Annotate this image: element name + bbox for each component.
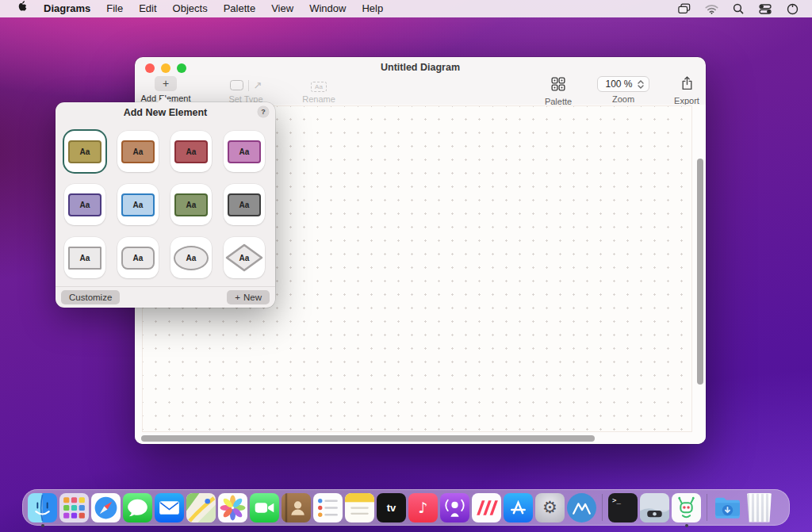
share-icon xyxy=(681,76,693,90)
divider xyxy=(248,80,249,91)
customize-button[interactable]: Customize xyxy=(61,290,120,304)
dock-mail-icon[interactable] xyxy=(155,493,184,522)
style-card-purple[interactable]: Aa xyxy=(64,184,105,225)
wifi-icon[interactable] xyxy=(701,2,722,16)
menu-help[interactable]: Help xyxy=(354,0,391,17)
dock-screenshot-icon[interactable] xyxy=(640,493,669,522)
gear-glyph: ⚙ xyxy=(542,498,557,517)
popover-arrow xyxy=(157,96,171,103)
style-card-red[interactable]: Aa xyxy=(170,131,212,172)
window-title: Untitled Diagram xyxy=(135,62,706,73)
dock-reminders-icon[interactable] xyxy=(313,493,343,522)
dock-maps-icon[interactable] xyxy=(186,493,216,522)
prompt-glyph: >_ xyxy=(612,496,621,504)
style-card-blue[interactable]: Aa xyxy=(117,184,159,225)
chevron-down-icon xyxy=(638,85,644,89)
style-swatch: Aa xyxy=(121,140,155,163)
new-button[interactable]: + New xyxy=(227,290,270,304)
dock-trash-icon[interactable] xyxy=(745,493,774,522)
rename-button[interactable]: Aa Rename xyxy=(287,78,350,104)
dock-separator xyxy=(707,494,707,521)
zoom-stepper[interactable] xyxy=(638,80,644,89)
add-new-element-popover: Add New Element ? Aa Aa Aa Aa Aa Aa Aa A… xyxy=(56,102,275,308)
chevron-up-icon xyxy=(638,80,644,84)
style-card-magenta[interactable]: Aa xyxy=(224,131,265,172)
dock-launchpad-icon[interactable] xyxy=(59,493,89,522)
style-card-olive[interactable]: Aa xyxy=(64,131,105,172)
window-controls xyxy=(145,63,186,73)
shape-card-ellipse[interactable]: Aa xyxy=(170,237,212,278)
shape-outline-icon xyxy=(230,80,243,90)
dock-notes-icon[interactable] xyxy=(345,493,374,522)
dock-terminal-icon[interactable]: >_ xyxy=(608,493,638,522)
zoom-window-button[interactable] xyxy=(177,63,186,73)
diamond-shape: Aa xyxy=(225,243,263,272)
menu-file[interactable]: File xyxy=(98,0,131,17)
dock-music-icon[interactable]: ♪ xyxy=(408,493,438,522)
dock-photos-icon[interactable] xyxy=(218,493,247,522)
shape-card-diamond[interactable]: Aa xyxy=(224,237,265,278)
dock-system-preferences-icon[interactable]: ⚙ xyxy=(535,493,565,522)
dock-downloads-icon[interactable] xyxy=(713,493,742,522)
horizontal-scrollbar[interactable] xyxy=(141,435,595,442)
style-swatch: Aa xyxy=(68,140,102,163)
rounded-rectangle-shape: Aa xyxy=(121,247,155,270)
assign-arrow-icon: ↗ xyxy=(254,79,262,91)
plus-icon[interactable]: + xyxy=(155,76,177,91)
style-card-green[interactable]: Aa xyxy=(170,184,212,225)
dock-facetime-icon[interactable] xyxy=(250,493,279,522)
dock-messages-icon[interactable] xyxy=(123,493,152,522)
ellipse-shape: Aa xyxy=(174,246,209,270)
window-stack-icon[interactable] xyxy=(674,2,695,16)
zoom-label: Zoom xyxy=(584,94,663,104)
shape-card-rounded-rectangle[interactable]: Aa xyxy=(117,237,159,278)
desktop: Diagrams File Edit Objects Palette View … xyxy=(0,0,812,532)
style-swatch: Aa xyxy=(228,140,261,163)
running-indicator xyxy=(685,524,688,527)
palette-button[interactable]: Palette xyxy=(527,77,590,106)
menu-edit[interactable]: Edit xyxy=(131,0,164,17)
dock-safari-icon[interactable] xyxy=(91,493,121,522)
minimize-button[interactable] xyxy=(161,63,170,73)
status-circle-icon[interactable] xyxy=(782,2,802,16)
dock-news-icon[interactable] xyxy=(472,493,501,522)
zoom-value: 100 % xyxy=(605,78,632,90)
style-swatch: Aa xyxy=(68,193,102,216)
dock-separator xyxy=(602,494,603,521)
dock: tv ♪ ⚙ >_ xyxy=(22,489,790,526)
rename-label: Rename xyxy=(287,94,350,104)
style-card-brown[interactable]: Aa xyxy=(117,131,159,172)
style-card-gray[interactable]: Aa xyxy=(224,184,265,225)
dock-contacts-icon[interactable] xyxy=(282,493,311,522)
shape-card-rectangle[interactable]: Aa xyxy=(64,237,105,278)
help-button[interactable]: ? xyxy=(258,106,269,117)
popover-footer: Customize + New xyxy=(56,286,275,308)
dock-robot-app-icon[interactable] xyxy=(672,493,701,522)
export-button[interactable]: Export xyxy=(655,76,706,105)
svg-text:Aa: Aa xyxy=(239,254,250,262)
zoom-control[interactable]: 100 % Zoom xyxy=(584,76,663,104)
dock-app-store-icon[interactable] xyxy=(504,493,533,522)
apple-icon xyxy=(17,0,28,12)
menu-bar: Diagrams File Edit Objects Palette View … xyxy=(0,0,812,17)
rectangle-shape: Aa xyxy=(68,247,102,270)
close-button[interactable] xyxy=(145,63,155,73)
menu-palette[interactable]: Palette xyxy=(216,0,263,17)
dock-podcasts-icon[interactable] xyxy=(440,493,469,522)
search-icon[interactable] xyxy=(728,2,749,16)
tv-glyph: tv xyxy=(387,502,396,514)
control-center-icon[interactable] xyxy=(755,2,776,16)
menu-window[interactable]: Window xyxy=(301,0,354,17)
dock-finder-icon[interactable] xyxy=(28,493,57,522)
dock-tv-icon[interactable]: tv xyxy=(377,493,406,522)
menu-objects[interactable]: Objects xyxy=(165,0,216,17)
dock-diagrams-icon[interactable] xyxy=(567,493,596,522)
style-swatch: Aa xyxy=(228,193,261,216)
music-note-glyph: ♪ xyxy=(418,499,427,516)
apple-menu[interactable] xyxy=(10,0,36,17)
set-type-button[interactable]: ↗ Set Type xyxy=(210,78,282,104)
menu-view[interactable]: View xyxy=(263,0,301,17)
menu-app-name[interactable]: Diagrams xyxy=(36,0,98,17)
popover-title: Add New Element xyxy=(56,107,275,118)
vertical-scrollbar[interactable] xyxy=(697,159,703,385)
